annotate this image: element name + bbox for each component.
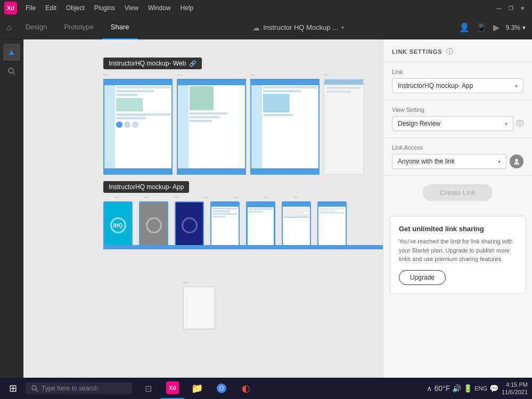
avatar-icon: [513, 158, 520, 165]
app-frame-5[interactable]: [246, 201, 275, 249]
taskbar-extra-app[interactable]: ◐: [234, 378, 258, 399]
close-button[interactable]: ✕: [517, 3, 528, 13]
view-setting-dropdown[interactable]: Design Review ▾: [392, 116, 513, 131]
extra-app-icon: ◐: [242, 382, 250, 394]
app-group-name: InstructorHQ mockup- App: [109, 183, 184, 191]
windows-icon: ⊞: [9, 382, 17, 394]
menu-view[interactable]: View: [120, 3, 143, 13]
view-setting-dropdown-value: Design Review: [398, 120, 440, 127]
taskbar: ⊞ Type here to search ⊡ Xd 📁 ◐: [0, 378, 532, 399]
link-access-dropdown-chevron-icon: ▾: [498, 159, 501, 165]
link-label: Link: [392, 69, 523, 75]
create-link-button: Create Link: [423, 184, 492, 201]
upgrade-description: You've reached the limit for link sharin…: [399, 237, 517, 264]
maximize-button[interactable]: ❐: [505, 3, 516, 13]
link-icon: 🔗: [189, 60, 197, 67]
web-frame-2[interactable]: [177, 79, 246, 175]
zoom-control[interactable]: 9.3% ▾: [506, 24, 526, 31]
upgrade-panel: Get unlimited link sharing You've reache…: [390, 216, 526, 294]
window-controls: — ❐ ✕: [494, 3, 528, 13]
menu-plugins[interactable]: Plugins: [90, 3, 119, 13]
web-frame-1[interactable]: [103, 79, 173, 175]
project-title[interactable]: ☁ Instructor HQ Mockup ... ▾: [252, 23, 344, 32]
taskbar-search-icon: [31, 385, 38, 392]
minimize-button[interactable]: —: [494, 3, 504, 13]
svg-point-3: [32, 386, 36, 390]
sound-icon[interactable]: 🔊: [452, 384, 461, 393]
web-artboard-group: InstructorHQ mockup- Web 🔗 ··· ··· ··· ·…: [103, 71, 366, 175]
svg-point-0: [9, 68, 13, 73]
nav-tabs: Design Prototype Share: [17, 16, 138, 39]
project-dropdown-icon: ▾: [341, 25, 344, 30]
notification-icon[interactable]: 💬: [489, 384, 498, 393]
menu-edit[interactable]: Edit: [41, 3, 61, 13]
app-frame-6[interactable]: [282, 201, 311, 249]
search-tool-button[interactable]: [3, 63, 20, 80]
link-section: Link InstructorHQ mockup- App ▾: [383, 62, 532, 100]
web-frames-dots-row: ··· ··· ··· ···: [103, 71, 366, 78]
tab-prototype[interactable]: Prototype: [55, 16, 102, 39]
clock-date: 11/6/2021: [502, 388, 528, 396]
svg-point-7: [220, 387, 223, 390]
link-dropdown[interactable]: InstructorHQ mockup- App ▾: [392, 78, 523, 93]
right-panel: LINK SETTINGS ⓘ Link InstructorHQ mockup…: [383, 39, 532, 378]
top-right-controls: 👤 📱 ▶ 9.3% ▾: [459, 22, 526, 32]
app-frame-2[interactable]: [139, 201, 168, 249]
tab-share[interactable]: Share: [102, 16, 138, 39]
play-icon[interactable]: ▶: [493, 22, 500, 32]
home-icon[interactable]: ⌂: [6, 23, 12, 32]
app-frame-3[interactable]: [175, 201, 204, 249]
menu-object[interactable]: Object: [62, 3, 89, 13]
project-name-label: Instructor HQ Mockup ...: [263, 23, 338, 31]
user-icon[interactable]: 👤: [459, 22, 470, 32]
preview-device-icon[interactable]: 📱: [476, 22, 487, 32]
network-icon[interactable]: ∧: [427, 384, 432, 393]
top-center: ☁ Instructor HQ Mockup ... ▾: [138, 23, 459, 32]
view-setting-label: View Setting: [392, 107, 523, 113]
weather-icon: 60°F: [434, 384, 450, 393]
upgrade-title: Get unlimited link sharing: [399, 225, 517, 233]
panel-info-icon[interactable]: ⓘ: [446, 47, 453, 56]
zoom-level: 9.3%: [506, 24, 520, 31]
link-access-dropdown[interactable]: Anyone with the link ▾: [392, 154, 506, 169]
taskbar-right: ∧ 60°F 🔊 🔋 ENG 💬 4:15 PM 11/6/2021: [422, 381, 532, 396]
time-display[interactable]: 4:15 PM 11/6/2021: [502, 381, 528, 396]
upgrade-button[interactable]: Upgrade: [399, 270, 446, 285]
battery-icon[interactable]: 🔋: [463, 384, 472, 393]
explorer-icon: 📁: [191, 382, 203, 394]
app-artboard-group: InstructorHQ mockup- App ··· ··· ··· ···…: [103, 194, 383, 249]
menu-file[interactable]: File: [21, 3, 40, 13]
top-bar: ⌂ Design Prototype Share ☁ Instructor HQ…: [0, 16, 532, 39]
tab-design[interactable]: Design: [17, 16, 55, 39]
link-access-dropdown-value: Anyone with the link: [398, 158, 455, 165]
taskbar-chrome[interactable]: [210, 378, 233, 399]
app-frame-7[interactable]: [317, 201, 347, 249]
panel-header: LINK SETTINGS ⓘ: [383, 39, 532, 62]
link-access-row: Anyone with the link ▾: [392, 154, 523, 169]
canvas-area[interactable]: InstructorHQ mockup- Web 🔗 ··· ··· ··· ·…: [23, 39, 383, 378]
cloud-icon: ☁: [252, 23, 260, 32]
start-button[interactable]: ⊞: [0, 378, 26, 399]
view-setting-info-icon[interactable]: ⓘ: [517, 119, 523, 128]
menu-window[interactable]: Window: [144, 3, 175, 13]
taskbar-xd-app[interactable]: Xd: [161, 378, 184, 399]
svg-line-4: [36, 389, 38, 392]
app-frames-dots-row: ··· ··· ··· ··· ··· ··· ···: [103, 194, 383, 200]
language-label: ENG: [474, 385, 487, 392]
web-frame-3[interactable]: [250, 79, 320, 175]
taskbar-pinned-apps: ⊡ Xd 📁 ◐: [136, 378, 258, 399]
search-icon: [7, 67, 16, 76]
app-artboard-label: InstructorHQ mockup- App: [103, 181, 189, 193]
third-frame[interactable]: [183, 287, 215, 329]
menu-help[interactable]: Help: [176, 3, 198, 13]
left-toolbar: ▲: [0, 39, 23, 378]
panel-title: LINK SETTINGS: [392, 48, 442, 55]
app-frame-4[interactable]: [210, 201, 240, 249]
select-tool-button[interactable]: ▲: [3, 44, 20, 61]
taskbar-search[interactable]: Type here to search: [26, 382, 132, 394]
taskbar-task-view[interactable]: ⊡: [136, 378, 160, 399]
svg-line-1: [13, 72, 15, 75]
svg-point-2: [515, 159, 518, 162]
app-frame-1[interactable]: IHQ: [103, 201, 133, 249]
taskbar-explorer[interactable]: 📁: [185, 378, 209, 399]
